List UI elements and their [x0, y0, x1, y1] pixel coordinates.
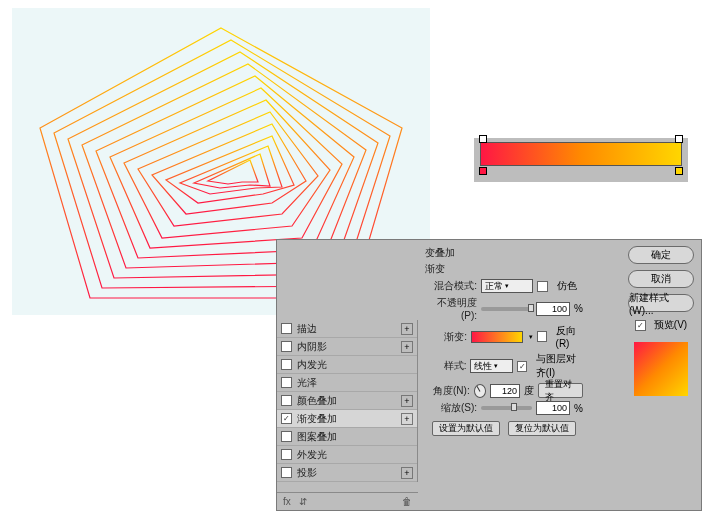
add-icon[interactable]: + — [401, 467, 413, 479]
checkbox[interactable] — [281, 467, 292, 478]
align-checkbox[interactable]: ✓ — [517, 361, 526, 372]
svg-marker-5 — [110, 88, 342, 248]
section-subtitle: 渐变 — [425, 262, 583, 276]
checkbox[interactable] — [281, 395, 292, 406]
style-row-pattern-overlay[interactable]: 图案叠加 — [277, 428, 417, 446]
style-row-color-overlay[interactable]: 颜色叠加 + — [277, 392, 417, 410]
section-title: 变叠加 — [425, 246, 583, 260]
color-stop-left[interactable] — [479, 167, 487, 175]
gradient-editor[interactable] — [474, 138, 688, 182]
gradient-ramp[interactable] — [480, 142, 682, 166]
preview-checkbox[interactable]: ✓ — [635, 320, 646, 331]
trash-icon[interactable]: 🗑 — [402, 496, 412, 507]
chevron-down-icon[interactable]: ▾ — [529, 333, 533, 341]
preview-label: 预览(V) — [654, 318, 687, 332]
checkbox[interactable]: ✓ — [281, 413, 292, 424]
scale-input[interactable]: 100 — [536, 401, 570, 415]
style-row-inner-glow[interactable]: 内发光 — [277, 356, 417, 374]
style-row-stroke[interactable]: 描边 + — [277, 320, 417, 338]
chevron-down-icon: ▾ — [494, 362, 498, 370]
reset-align-button[interactable]: 重置对齐 — [538, 383, 583, 398]
gradient-overlay-settings: 变叠加 渐变 混合模式: 正常▾ 仿色 不透明度(P): 100 % 渐变: ▾… — [419, 240, 589, 443]
style-label: 外发光 — [297, 448, 327, 462]
cancel-button[interactable]: 取消 — [628, 270, 694, 288]
ok-button[interactable]: 确定 — [628, 246, 694, 264]
reverse-checkbox[interactable] — [537, 331, 546, 342]
style-list-footer: fx ⇵ 🗑 — [277, 492, 418, 510]
set-default-button[interactable]: 设置为默认值 — [432, 421, 500, 436]
style-label: 投影 — [297, 466, 317, 480]
checkbox[interactable] — [281, 431, 292, 442]
color-stop-right[interactable] — [675, 167, 683, 175]
style-row-inner-shadow[interactable]: 内阴影 + — [277, 338, 417, 356]
blend-mode-label: 混合模式: — [425, 279, 477, 293]
style-row-drop-shadow[interactable]: 投影 + — [277, 464, 417, 482]
opacity-unit: % — [574, 303, 583, 314]
align-label: 与图层对齐(I) — [536, 352, 583, 380]
new-style-button[interactable]: 新建样式(W)... — [628, 294, 694, 312]
style-row-satin[interactable]: 光泽 — [277, 374, 417, 392]
style-label: 内发光 — [297, 358, 327, 372]
chevron-down-icon: ▾ — [505, 282, 509, 290]
blend-mode-dropdown[interactable]: 正常▾ — [481, 279, 533, 293]
opacity-slider[interactable] — [481, 307, 532, 311]
add-icon[interactable]: + — [401, 395, 413, 407]
checkbox[interactable] — [281, 323, 292, 334]
fx-icon[interactable]: fx — [283, 496, 291, 507]
style-list: 描边 + 内阴影 + 内发光 光泽 颜色叠加 + ✓ 渐变叠加 + 图案叠加 — [277, 320, 418, 482]
preview-swatch — [634, 342, 688, 396]
style-row-gradient-overlay[interactable]: ✓ 渐变叠加 + — [277, 410, 417, 428]
dither-checkbox[interactable] — [537, 281, 548, 292]
checkbox[interactable] — [281, 449, 292, 460]
style-label: 光泽 — [297, 376, 317, 390]
svg-marker-3 — [82, 64, 366, 268]
opacity-stop-left[interactable] — [479, 135, 487, 143]
reset-default-button[interactable]: 复位为默认值 — [508, 421, 576, 436]
checkbox[interactable] — [281, 341, 292, 352]
svg-marker-12 — [208, 160, 258, 184]
style-label: 样式: — [425, 359, 466, 373]
dither-label: 仿色 — [557, 279, 577, 293]
style-label: 渐变叠加 — [297, 412, 337, 426]
add-icon[interactable]: + — [401, 323, 413, 335]
checkbox[interactable] — [281, 359, 292, 370]
style-label: 颜色叠加 — [297, 394, 337, 408]
style-label: 图案叠加 — [297, 430, 337, 444]
style-label: 描边 — [297, 322, 317, 336]
angle-label: 角度(N): — [425, 384, 470, 398]
angle-input[interactable]: 120 — [490, 384, 520, 398]
add-icon[interactable]: + — [401, 341, 413, 353]
layer-style-dialog: 描边 + 内阴影 + 内发光 光泽 颜色叠加 + ✓ 渐变叠加 + 图案叠加 — [276, 239, 702, 511]
opacity-stop-right[interactable] — [675, 135, 683, 143]
gradient-label: 渐变: — [425, 330, 467, 344]
style-row-outer-glow[interactable]: 外发光 — [277, 446, 417, 464]
opacity-input[interactable]: 100 — [536, 302, 570, 316]
svg-marker-8 — [152, 124, 306, 214]
dialog-buttons-column: 确定 取消 新建样式(W)... ✓ 预览(V) — [621, 246, 701, 396]
opacity-label: 不透明度(P): — [425, 296, 477, 321]
style-dropdown[interactable]: 线性▾ — [470, 359, 513, 373]
scale-label: 缩放(S): — [425, 401, 477, 415]
arrows-icon[interactable]: ⇵ — [299, 496, 307, 507]
gradient-swatch[interactable] — [471, 331, 523, 343]
scale-unit: % — [574, 403, 583, 414]
svg-marker-4 — [96, 76, 354, 258]
angle-unit: 度 — [524, 384, 534, 398]
style-label: 内阴影 — [297, 340, 327, 354]
checkbox[interactable] — [281, 377, 292, 388]
add-icon[interactable]: + — [401, 413, 413, 425]
reverse-label: 反向(R) — [556, 324, 583, 349]
angle-wheel[interactable] — [474, 384, 486, 398]
scale-slider[interactable] — [481, 406, 532, 410]
